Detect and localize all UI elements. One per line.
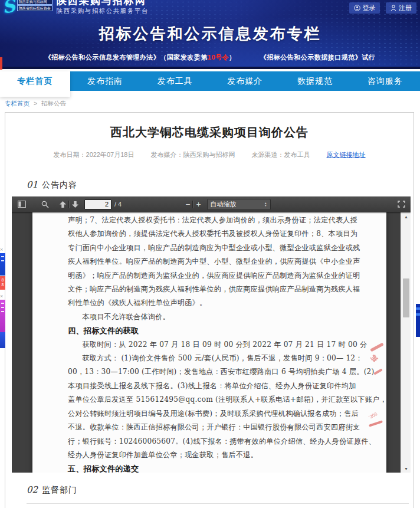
banner-notices: 《招标公告和公示信息发布管理办法》（国家发改委第10号令） 《招标公告和公示数据…: [0, 53, 420, 62]
auth-buttons: 登录 注册: [349, 2, 416, 14]
zoom-in-button[interactable]: +: [196, 198, 201, 211]
pdf-line-text: 公对公转账时须注明项目编号及用途(标书费)；及时联系采购代理机构确认报名成功；售…: [68, 409, 359, 418]
logo-emblem-line2: 陕西省招标投标协会: [17, 5, 52, 11]
pdf-line-text: 疾人福利性单位。响应产品的制造商为中型、小型、微型企业的，供应商提供《中小企业声: [68, 257, 360, 266]
left-edge-magenta-ad-widget[interactable]: [0, 300, 5, 332]
logo-emblem-line1: 陕西采购与招标网: [17, 0, 52, 5]
red-stamp-fragment: 诚: [369, 345, 389, 380]
site-logo[interactable]: S 陕西采购与招标网 陕西省招标投标协会 陕西采购与招标网 陕西采购与招标公共服…: [2, 0, 149, 15]
pdf-content-area[interactable]: 声明；7、法定代表人授权委托书：法定代表人参加询价的，须出示身份证；法定代表人授…: [12, 212, 411, 473]
pdf-scrollbar[interactable]: ▲ ▼: [401, 212, 411, 473]
pdf-text-line: 专门面向中小企业项目，响应产品的制造商应为中型企业或小型、微型企业或监狱企业或残: [68, 241, 349, 255]
pdf-line-text: 专门面向中小企业项目，响应产品的制造商应为中型企业或小型、微型企业或监狱企业或残: [68, 244, 360, 252]
pdf-viewer: / 4 − + 自动缩放 ▲▼ 声明；7、法定代表人授权委托书：法定代表人参加询…: [12, 196, 411, 473]
section-announcement-header: 01 公告内容: [27, 179, 414, 191]
red-stamp-fragment2: '206: [368, 411, 389, 432]
login-label: 登录: [363, 4, 376, 12]
breadcrumb: 专栏首页 > 招标公告: [5, 100, 66, 108]
login-person-icon: [354, 5, 360, 11]
pdf-search-button[interactable]: [41, 198, 49, 211]
logo-subtitle: 陕西采购与招标公共服务平台: [57, 7, 149, 15]
notice1-red-text: 10号令: [208, 54, 229, 61]
pdf-line-text: 经办人身份证复印件加盖单位公章；现金获取；售后不退。: [68, 451, 258, 459]
zoom-out-button[interactable]: −: [185, 198, 190, 211]
nav-tab[interactable]: 专栏首页: [0, 71, 70, 97]
nav-tab-label: 咨询服务: [368, 76, 403, 86]
pdf-text-line: 获取方式： (1)询价文件售价 500 元/套(人民币)，售后不退，发售时间 9…: [68, 352, 349, 365]
next-page-button[interactable]: [72, 198, 78, 211]
banner-title: 招标公告和公示信息发布专栏: [0, 24, 420, 44]
scroll-down-arrow-icon[interactable]: ▼: [401, 467, 411, 471]
pdf-line-text: 利性单位的《残疾人福利性单位声明函》。: [68, 299, 206, 307]
pdf-line-text: 文件；响应产品的制造商为残疾人福利性单位的，供应商应提供响应产品制造商为残疾人福: [68, 285, 360, 293]
pdf-text-line: 疾人福利性单位。响应产品的制造商为中型、小型、微型企业的，供应商提供《中小企业声: [68, 255, 349, 268]
page-title: 西北大学铜芯电缆采购项目询价公告: [5, 124, 414, 140]
nav-tab[interactable]: 发布媒介: [210, 71, 280, 91]
pdf-page-text: 声明；7、法定代表人授权委托书：法定代表人参加询价的，须出示身份证；法定代表人授…: [32, 212, 386, 473]
breadcrumb-current: 招标公告: [41, 100, 66, 107]
pdf-line-text: 本项目不允许联合体询价。: [82, 313, 170, 321]
pdf-text-line: 四、招标文件的获取: [68, 324, 349, 337]
left-widget-close-icon2[interactable]: ×: [0, 294, 5, 299]
pdf-text-line: 声明；7、法定代表人授权委托书：法定代表人参加询价的，须出示身份证；法定代表人授: [68, 214, 349, 227]
site-header: S 陕西采购与招标网 陕西省招标投标协会 陕西采购与招标网 陕西采购与招标公共服…: [0, 0, 420, 69]
left-edge-red-widget[interactable]: [0, 57, 2, 70]
prev-page-button[interactable]: [60, 198, 66, 211]
article-meta-item: 发布日期：2022年07月18日: [54, 150, 134, 159]
left-edge-blue-ad-widget2[interactable]: [0, 332, 5, 348]
section-supervision-header: 02 监督部门: [27, 484, 414, 496]
zoom-mode-value: 自动缩放: [211, 200, 237, 209]
notice-management-measures[interactable]: 《招标公告和公示信息发布管理办法》（国家发改委第10号令）: [45, 54, 236, 61]
pdf-line-text: 00，13：30—17:00 (工作时间)；发售地点：西安市红缨路南口 6 号均…: [68, 368, 375, 376]
pdf-text-line: 行；银行账号：102460065607。(4)线下报名：携带有效的单位介绍信、经…: [68, 435, 349, 448]
pdf-text-line: 获取时间：从 2022 年 07 月 18 日 09 时 00 分到 2022 …: [68, 338, 349, 352]
register-button[interactable]: 注册: [386, 2, 416, 14]
article-container: 西北大学铜芯电缆采购项目询价公告 发布日期：2022年07月18日发布媒介：陕西…: [5, 112, 414, 508]
logo-emblem: 陕西采购与招标网 陕西省招标投标协会: [17, 0, 52, 12]
toolbar-separator2: [192, 201, 193, 208]
nav-tab[interactable]: 数据规范: [280, 71, 350, 91]
left-widget-close-icon[interactable]: ×: [0, 247, 5, 252]
presentation-mode-button[interactable]: [398, 198, 405, 211]
login-button[interactable]: 登录: [349, 2, 380, 14]
pdf-page: 声明；7、法定代表人授权委托书：法定代表人参加询价的，须出示身份证；法定代表人授…: [32, 212, 386, 473]
original-link[interactable]: 原文链接地址: [326, 150, 365, 159]
pdf-page-input[interactable]: [84, 199, 111, 209]
logo-text: 陕西采购与招标网 陕西采购与招标公共服务平台: [57, 0, 149, 15]
pdf-line-text: 获取方式： (1)询价文件售价 500 元/套(人民币)，售后不退，发售时间 9…: [82, 354, 362, 362]
main-nav: 专栏首页发布指南发布工具发布媒介数据规范咨询服务: [0, 71, 420, 91]
pdf-text-line: 公对公转账时须注明项目编号及用途(标书费)；及时联系采购代理机构确认报名成功；售…: [68, 407, 349, 421]
pdf-text-line: 00，13：30—17:00 (工作时间)；发售地点：西安市红缨路南口 6 号均…: [68, 365, 349, 379]
notice1-close: ）: [229, 54, 236, 61]
left-edge-blue-ad-widget[interactable]: [0, 253, 5, 276]
sidebar-toggle-icon: [18, 201, 26, 208]
pdf-text-line: 经办人身份证复印件加盖单位公章；现金获取；售后不退。: [68, 448, 349, 462]
right-edge-blue-ad-widget[interactable]: [416, 304, 420, 337]
pdf-line-text: 五、招标文件的递交: [68, 464, 139, 473]
zoom-mode-select[interactable]: 自动缩放 ▲▼: [207, 199, 271, 210]
arrow-down-icon: [72, 201, 78, 208]
nav-tab-label: 数据规范: [297, 76, 333, 86]
pdf-text-line: 本项目接受线上报名及线下报名。(3)线上报名：将单位介绍信、经办人身份证复印件均…: [68, 379, 349, 393]
logo-title: 陕西采购与招标网: [57, 0, 149, 6]
scrollbar-thumb[interactable]: [403, 278, 409, 317]
left-edge-red-ad-widget[interactable]: 88: [0, 276, 5, 290]
nav-tab[interactable]: 发布指南: [70, 71, 140, 91]
breadcrumb-separator: >: [34, 100, 37, 107]
sidebar-toggle-button[interactable]: [18, 198, 26, 211]
pdf-text-line: 文件；响应产品的制造商为残疾人福利性单位的，供应商应提供响应产品制造商为残疾人福: [68, 283, 349, 296]
nav-tab-label: 专栏首页: [17, 76, 52, 86]
pdf-text-line: 本项目不允许联合体询价。: [68, 310, 349, 324]
arrow-up-icon: [60, 201, 66, 208]
article-meta-row: 发布日期：2022年07月18日发布媒介：陕西采购与招标网来源渠道：发布工具 原…: [5, 150, 414, 159]
breadcrumb-home-link[interactable]: 专栏首页: [5, 100, 29, 107]
notice-data-interface-spec[interactable]: 《招标公告和公示数据接口规范》试行: [260, 54, 376, 61]
scroll-up-arrow-icon[interactable]: ▲: [401, 215, 411, 219]
notice1-text: 《招标公告和公示信息发布管理办法》（国家发改委第: [45, 54, 208, 61]
nav-tab-label: 发布媒介: [227, 76, 262, 86]
search-icon: [41, 201, 49, 208]
article-meta-list: 发布日期：2022年07月18日发布媒介：陕西采购与招标网来源渠道：发布工具: [54, 150, 310, 159]
nav-tab[interactable]: 咨询服务: [350, 71, 420, 91]
nav-tab[interactable]: 发布工具: [140, 71, 210, 91]
register-person-icon: [391, 5, 396, 11]
